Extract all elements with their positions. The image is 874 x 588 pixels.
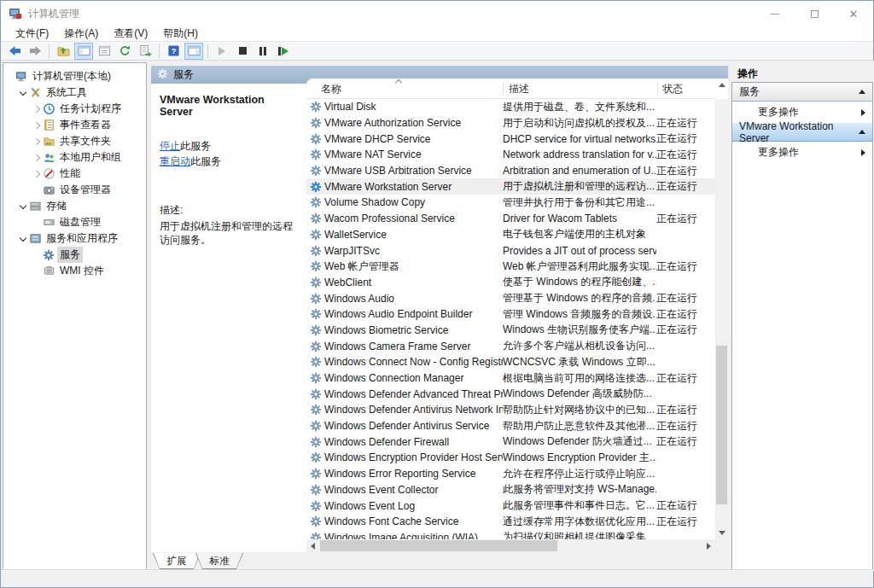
- service-row[interactable]: Windows Biometric ServiceWindows 生物识别服务使…: [306, 323, 715, 339]
- view-tab-inactive[interactable]: 标准: [195, 553, 243, 569]
- tree-item-performance[interactable]: 性能: [3, 166, 146, 182]
- service-row[interactable]: Windows Camera Frame Server允许多个客户端从相机设备访…: [306, 338, 715, 354]
- service-row[interactable]: Windows Audio Endpoint Builder管理 Windows…: [306, 306, 715, 323]
- collapse-up-icon[interactable]: [859, 90, 865, 94]
- service-row[interactable]: WarpJITSvcProvides a JIT out of process …: [306, 242, 715, 259]
- show-console-tree-button[interactable]: [74, 43, 93, 60]
- restart-service-link[interactable]: 重启动: [160, 155, 190, 167]
- column-header-description[interactable]: 描述: [509, 82, 529, 96]
- folder-up-button[interactable]: [54, 43, 73, 60]
- start-service-button[interactable]: [213, 43, 231, 60]
- chevron-right-icon[interactable]: [31, 172, 43, 177]
- export-list-button[interactable]: [136, 43, 154, 60]
- forward-button[interactable]: [26, 43, 44, 60]
- chevron-right-icon[interactable]: [31, 139, 43, 144]
- menu-item[interactable]: 文件(F): [8, 26, 56, 41]
- service-row[interactable]: WalletService电子钱包客户端使用的主机对象: [306, 227, 715, 243]
- chevron-right-icon[interactable]: [31, 123, 43, 128]
- tree-item-storage[interactable]: 存储: [3, 198, 146, 214]
- scroll-left-icon[interactable]: [306, 539, 319, 552]
- tree-item-users[interactable]: 本地用户和组: [3, 149, 146, 166]
- action-section-header[interactable]: VMware Workstation Server: [732, 123, 872, 142]
- properties-button[interactable]: [95, 43, 114, 60]
- service-description-cell: Driver for Wacom Tablets: [503, 212, 656, 224]
- chevron-down-icon[interactable]: [17, 237, 29, 241]
- service-row[interactable]: VMware Authorization Service用于启动和访问虚拟机的授…: [306, 115, 715, 131]
- scroll-right-icon[interactable]: [702, 539, 715, 552]
- service-row[interactable]: Windows Encryption Provider Host Service…: [306, 450, 715, 466]
- help-button[interactable]: ?: [164, 43, 183, 60]
- tree-item-wmi[interactable]: WMI 控件: [3, 263, 146, 279]
- service-row[interactable]: Windows Error Reporting Service允许在程序停止运行…: [306, 466, 715, 482]
- chevron-right-icon[interactable]: [31, 155, 43, 160]
- scroll-down-icon[interactable]: [715, 527, 728, 539]
- restart-service-button[interactable]: [274, 43, 293, 60]
- tree-item-events[interactable]: 事件查看器: [3, 117, 146, 133]
- pause-service-button[interactable]: [253, 43, 272, 60]
- service-row[interactable]: VMware NAT ServiceNetwork address transl…: [306, 147, 715, 163]
- view-tab-active[interactable]: 扩展: [153, 553, 201, 569]
- shared-folder-icon: [43, 135, 57, 148]
- tree-item-device[interactable]: 设备管理器: [3, 182, 146, 198]
- more-actions-item[interactable]: 更多操作: [732, 142, 872, 163]
- service-description-cell: 管理 Windows 音频服务的音频设...: [503, 307, 656, 322]
- close-button[interactable]: ✕: [834, 1, 873, 26]
- service-status-cell: 正在运行: [656, 403, 713, 417]
- maximize-button[interactable]: [795, 1, 834, 26]
- column-header-status[interactable]: 状态: [662, 82, 683, 96]
- service-row[interactable]: Windows Image Acquisition (WIA)为扫描仪和照相机提…: [306, 530, 715, 539]
- back-button[interactable]: [5, 43, 24, 60]
- service-row[interactable]: Windows Audio管理基于 Windows 的程序的音频...正在运行: [306, 290, 715, 306]
- stop-service-link[interactable]: 停止: [160, 140, 180, 152]
- service-row[interactable]: Windows Connect Now - Config RegistrarWC…: [306, 354, 715, 370]
- menu-item[interactable]: 帮助(H): [155, 26, 206, 41]
- collapse-up-icon[interactable]: [859, 130, 865, 134]
- service-row[interactable]: VMware USB Arbitration ServiceArbitratio…: [306, 163, 715, 179]
- services-gear-icon: [157, 68, 168, 82]
- tree-item-disk[interactable]: 磁盘管理: [3, 214, 146, 230]
- tree-item-services-apps[interactable]: 服务和应用程序: [3, 230, 146, 247]
- menu-item[interactable]: 操作(A): [56, 26, 106, 41]
- service-gear-icon: [310, 324, 322, 336]
- chevron-down-icon[interactable]: [17, 205, 29, 208]
- stop-service-button[interactable]: [233, 43, 252, 60]
- service-row[interactable]: Windows Event Log此服务管理事件和事件日志。它...正在运行: [306, 498, 715, 514]
- scroll-up-icon[interactable]: [715, 79, 728, 91]
- tree-item-tools[interactable]: 系统工具: [3, 84, 146, 101]
- service-row[interactable]: Windows Connection Manager根据电脑当前可用的网络连接选…: [306, 370, 715, 387]
- minimize-button[interactable]: [755, 1, 795, 26]
- service-row[interactable]: WebClient使基于 Windows 的程序能创建、...: [306, 275, 715, 291]
- service-row[interactable]: Windows Defender Advanced Threat Prot...…: [306, 386, 715, 402]
- content-header-title: 服务: [173, 67, 194, 82]
- tree-item-computer[interactable]: 计算机管理(本地): [3, 68, 146, 84]
- chevron-right-icon[interactable]: [31, 107, 43, 112]
- service-row[interactable]: Volume Shadow Copy管理并执行用于备份和其它用途...: [306, 195, 715, 211]
- chevron-down-icon[interactable]: [17, 91, 29, 95]
- service-row[interactable]: VMware Workstation Server用于虚拟机注册和管理的远程访.…: [306, 178, 715, 195]
- tree-item-service-gear[interactable]: 服务: [3, 247, 146, 263]
- service-row[interactable]: Windows Defender Antivirus Network Ins..…: [306, 402, 715, 418]
- service-row[interactable]: Windows Font Cache Service通过缓存常用字体数据优化应用…: [306, 514, 715, 530]
- service-gear-icon: [310, 212, 322, 224]
- action-section-header[interactable]: 服务: [732, 83, 872, 102]
- tree-item-shared-folder[interactable]: 共享文件夹: [3, 133, 146, 149]
- service-row[interactable]: VMware DHCP ServiceDHCP service for virt…: [306, 131, 715, 147]
- window-title: 计算机管理: [28, 7, 79, 21]
- service-row[interactable]: Web 帐户管理器Web 帐户管理器利用此服务实现...正在运行: [306, 259, 715, 275]
- refresh-button[interactable]: [115, 43, 134, 60]
- service-gear-icon: [310, 181, 322, 193]
- column-header-name[interactable]: 名称: [321, 82, 341, 96]
- horizontal-scrollbar[interactable]: [306, 539, 715, 552]
- tree-item-scheduler[interactable]: 任务计划程序: [3, 101, 146, 117]
- events-icon: [43, 119, 57, 131]
- show-action-pane-button[interactable]: [184, 43, 203, 60]
- service-row[interactable]: Wacom Professional ServiceDriver for Wac…: [306, 211, 715, 227]
- vertical-scrollbar[interactable]: [715, 99, 728, 539]
- vertical-scroll-thumb[interactable]: [716, 346, 727, 504]
- horizontal-scroll-thumb[interactable]: [320, 540, 557, 551]
- service-row[interactable]: Windows Event Collector此服务将管理对支持 WS-Mana…: [306, 482, 715, 498]
- service-row[interactable]: Windows Defender FirewallWindows Defende…: [306, 434, 715, 450]
- menu-item[interactable]: 查看(V): [106, 26, 155, 41]
- service-row[interactable]: Windows Defender Antivirus Service帮助用户防止…: [306, 418, 715, 434]
- service-row[interactable]: Virtual Disk提供用于磁盘、卷、文件系统和...: [306, 99, 715, 115]
